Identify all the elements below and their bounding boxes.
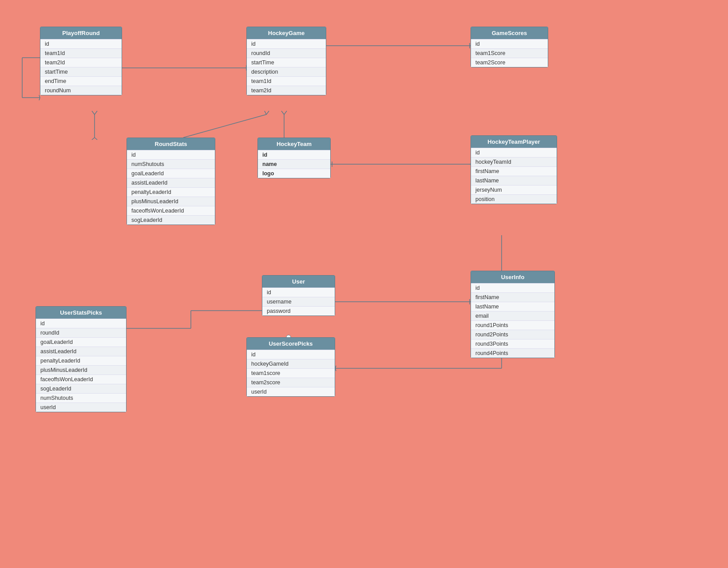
entity-userscorepicks-header: UserScorePicks [247,338,335,350]
field-usp-id: id [36,319,126,328]
field-roundstats-soglid: sogLeaderId [127,215,215,225]
entity-hockeygame: HockeyGame id roundId startTime descript… [246,27,326,95]
field-usp-soglid: sogLeaderId [36,384,126,393]
svg-line-52 [39,98,40,100]
field-userinfo-round1: round1Points [471,320,554,330]
field-htp-teamid: hockeyTeamId [471,157,557,166]
field-hockeyteam-name: name [258,159,330,169]
entity-playoffround: PlayoffRound id team1Id team2Id startTim… [40,27,122,95]
field-uscp-id: id [247,350,335,359]
field-htp-id: id [471,148,557,157]
entity-userinfo-header: UserInfo [471,271,554,283]
svg-line-7 [95,111,97,114]
field-hockeygame-team1id: team1Id [247,76,326,86]
field-usp-facelid: faceoffsWonLeaderId [36,375,126,384]
field-hockeygame-team2id: team2Id [247,86,326,95]
field-user-id: id [262,288,335,297]
field-roundstats-assistlid: assistLeaderId [127,178,215,187]
field-usp-penaltylid: penaltyLeaderId [36,356,126,365]
entity-roundstats: RoundStats id numShutouts goalLeaderId a… [127,138,215,225]
field-gamescores-team2score: team2Score [471,58,548,67]
entity-hockeyteamplayer-header: HockeyTeamPlayer [471,136,557,148]
field-uscp-userid: userId [247,387,335,396]
field-htp-jerseynum: jerseyNum [471,185,557,194]
field-playoffround-team1id: team1Id [40,48,122,58]
field-uscp-hockeygameid: hockeyGameId [247,359,335,368]
field-uscp-team1score: team1score [247,368,335,378]
field-playoffround-team2id: team2Id [40,58,122,67]
field-user-username: username [262,297,335,306]
field-usp-assistlid: assistLeaderId [36,347,126,356]
svg-line-9 [95,138,97,140]
svg-line-11 [265,111,266,114]
field-roundstats-id: id [127,150,215,159]
svg-line-46 [335,366,336,368]
svg-line-6 [92,111,95,114]
field-hockeyteam-id: id [258,150,330,159]
entity-user-header: User [262,276,335,288]
field-uscp-team2score: team2score [247,378,335,387]
field-htp-position: position [471,194,557,204]
field-usp-pluslid: plusMinusLeaderId [36,365,126,375]
svg-line-14 [281,111,284,114]
field-htp-lastname: lastName [471,176,557,185]
entity-userstatspicks: UserStatsPicks id roundId goalLeaderId a… [36,306,127,412]
entity-hockeyteamplayer: HockeyTeamPlayer id hockeyTeamId firstNa… [471,135,557,204]
field-user-password: password [262,306,335,316]
entity-gamescores-header: GameScores [471,27,548,39]
field-userinfo-lastname: lastName [471,302,554,311]
entity-roundstats-header: RoundStats [127,138,215,150]
field-roundstats-goallid: goalLeaderId [127,169,215,178]
field-htp-firstname: firstName [471,166,557,176]
field-hockeygame-id: id [247,39,326,48]
svg-line-47 [335,368,336,371]
field-userinfo-round2: round2Points [471,330,554,339]
field-hockeygame-roundid: roundId [247,48,326,58]
field-gamescores-team1score: team1Score [471,48,548,58]
field-usp-roundid: roundId [36,328,126,337]
entity-userinfo: UserInfo id firstName lastName email rou… [471,271,555,358]
field-userinfo-id: id [471,283,554,292]
svg-line-15 [284,111,287,114]
entity-userstatspicks-header: UserStatsPicks [36,307,126,319]
field-userinfo-email: email [471,311,554,320]
field-gamescores-id: id [471,39,548,48]
field-usp-userid: userId [36,402,126,412]
field-hockeygame-starttime: startTime [247,58,326,67]
svg-line-8 [92,138,95,140]
field-userinfo-firstname: firstName [471,292,554,302]
field-playoffround-endtime: endTime [40,76,122,86]
field-userinfo-round3: round3Points [471,339,554,348]
field-usp-numshutouts: numShutouts [36,393,126,402]
field-userinfo-round4: round4Points [471,348,554,358]
field-playoffround-starttime: startTime [40,67,122,76]
entity-hockeyteam-header: HockeyTeam [258,138,330,150]
entity-hockeygame-header: HockeyGame [247,27,326,39]
svg-line-12 [266,111,269,114]
entity-user: User id username password [262,275,335,316]
field-roundstats-penaltylid: penaltyLeaderId [127,187,215,197]
svg-line-10 [183,114,266,138]
field-hockeyteam-logo: logo [258,169,330,178]
field-playoffround-roundnum: roundNum [40,86,122,95]
field-roundstats-facelid: faceoffsWonLeaderId [127,206,215,215]
entity-userscorepicks: UserScorePicks id hockeyGameId team1scor… [246,337,335,397]
field-playoffround-id: id [40,39,122,48]
svg-line-51 [39,95,40,98]
diagram-container: PlayoffRound id team1Id team2Id startTim… [0,0,728,568]
field-roundstats-pluslid: plusMinusLeaderId [127,197,215,206]
entity-hockeyteam: HockeyTeam id name logo [257,138,331,178]
field-usp-goallid: goalLeaderId [36,337,126,347]
entity-gamescores: GameScores id team1Score team2Score [471,27,548,67]
field-roundstats-numshutouts: numShutouts [127,159,215,169]
entity-playoffround-header: PlayoffRound [40,27,122,39]
field-hockeygame-description: description [247,67,326,76]
